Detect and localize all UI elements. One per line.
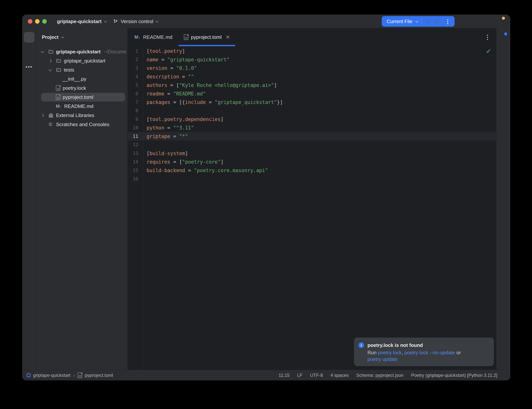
code-line[interactable]: 16 [128,175,496,183]
project-folder-button[interactable] [24,32,35,43]
breadcrumb-item[interactable]: griptape-quickstart [33,373,70,378]
line-number[interactable]: 13 [128,151,143,156]
line-number[interactable]: 14 [128,159,143,165]
inspections-ok-icon[interactable]: ✓ [486,47,492,55]
line-number[interactable]: 2 [128,57,143,62]
status-utf-8[interactable]: UTF-8 [310,373,323,378]
code-line[interactable]: 2name = "griptape-quickstart" [128,55,496,64]
code-text: [tool.poetry.dependencies] [143,116,224,122]
code-line[interactable]: 8 [128,106,496,115]
code-line[interactable]: 10python = "^3.11" [128,123,496,132]
editor-tab-bar: M↓README.md[T]pyproject.toml✕ ⋮ [128,28,496,46]
notification-link[interactable]: poetry lock --no-update [404,350,455,355]
code-line[interactable]: 7packages = [{include = "griptape_quicks… [128,98,496,106]
code-line[interactable]: 5authors = ["Kyle Roche <hello@griptape.… [128,81,496,89]
tree-item-pyproject-toml[interactable]: [T]pyproject.toml [36,93,128,102]
code-line[interactable]: 14requires = ["poetry-core"] [128,158,496,166]
code-text: requires = ["poetry-core"] [143,159,224,165]
tree-item-external-libraries[interactable]: External Libraries [36,111,128,120]
problems-button[interactable] [24,342,35,353]
status-widgets: 11:15LFUTF-84 spacesSchema: pyproject.js… [271,373,505,378]
code-editor[interactable]: 1[tool.poetry]2name = "griptape-quicksta… [128,46,496,370]
run-icon[interactable] [425,19,431,24]
notifications-badge [504,32,507,35]
project-tree: griptape-quickstart~/Documegriptape_quic… [36,46,128,370]
line-number[interactable]: 11 [128,134,143,139]
line-number[interactable]: 8 [128,108,143,113]
notification-line: Run poetry lock, poetry lock --no-update… [367,349,461,356]
breadcrumb-separator-icon: › [73,372,75,378]
tree-item-poetry-lock[interactable]: [T]poetry.lock [36,84,128,93]
tree-item-scratches-and-consoles[interactable]: Scratches and Consoles [36,120,128,129]
tree-item-label: Scratches and Consoles [56,121,110,127]
code-text: [tool.poetry] [143,48,185,54]
notification-link[interactable]: poetry lock [378,350,402,355]
tab-readme-md[interactable]: M↓README.md [129,28,178,46]
vcs-label: Version control [121,19,153,24]
tree-chevron-slot [39,120,46,129]
tree-item-griptape-quickstart[interactable]: griptape_quickstart [36,56,128,65]
tree-chevron-slot [39,47,46,56]
line-number[interactable]: 5 [128,83,143,88]
status-lf[interactable]: LF [297,373,303,378]
left-tool-stripe: ••• [22,28,36,370]
debug-icon[interactable] [434,19,440,24]
settings-badge [502,17,505,20]
more-button[interactable]: ••• [24,62,35,72]
close-window-button[interactable] [28,19,32,24]
tab-pyproject-toml[interactable]: [T]pyproject.toml✕ [178,28,236,46]
database-button[interactable] [498,47,509,57]
line-number[interactable]: 3 [128,65,143,71]
copilot-button[interactable] [498,62,509,72]
status-poetry-griptape-quickstart-python-3-11-2[interactable]: Poetry (griptape-quickstart) [Python 3.1… [411,373,497,378]
project-selector[interactable]: griptape-quickstart [55,18,108,26]
status-bar: griptape-quickstart›[T]pyproject.toml 11… [22,370,510,381]
code-line[interactable]: 15build-backend = "poetry.core.masonry.a… [128,166,496,175]
vcs-selector[interactable]: Version control [111,18,160,26]
toml-file-icon: [T] [78,372,82,378]
line-number[interactable]: 16 [128,176,143,182]
code-line[interactable]: 12 [128,140,496,149]
tree-item-readme-md[interactable]: M↓README.md [36,102,128,111]
tree-item-label: poetry.lock [63,85,86,91]
more-run-options-icon[interactable]: ⋮ [443,18,453,25]
line-number[interactable]: 15 [128,168,143,173]
status-11-15[interactable]: 11:15 [278,373,289,378]
code-line[interactable]: 1[tool.poetry] [128,47,496,55]
tree-item-init-py[interactable]: __init__.py [36,74,128,84]
version-control-button[interactable] [24,357,35,368]
code-line[interactable]: 6readme = "README.md" [128,89,496,98]
notification-link[interactable]: poetry update [367,356,398,362]
line-number[interactable]: 9 [128,117,143,122]
code-text: readme = "README.md" [143,91,206,97]
code-line[interactable]: 11griptape = "*" [128,132,496,140]
minimize-window-button[interactable] [35,19,40,24]
tree-item-tests[interactable]: tests [36,65,128,74]
status-schema-pyproject-json[interactable]: Schema: pyproject.json [356,373,404,378]
search-button[interactable] [481,16,492,27]
status-4-spaces[interactable]: 4 spaces [330,373,349,378]
code-line[interactable]: 9[tool.poetry.dependencies] [128,115,496,123]
line-number[interactable]: 6 [128,91,143,96]
terminal-button[interactable] [24,327,35,338]
line-number[interactable]: 12 [128,142,143,148]
settings-button[interactable] [495,16,506,27]
breadcrumb-item[interactable]: pyproject.toml [85,373,113,378]
line-number[interactable]: 10 [128,125,143,130]
code-line[interactable]: 13[build-system] [128,149,496,158]
more-vert-icon[interactable]: ⋮ [485,28,491,46]
line-number[interactable]: 7 [128,100,143,105]
scratches-icon [48,121,54,127]
notifications-button[interactable] [498,32,509,43]
line-number[interactable]: 1 [128,48,143,54]
line-number[interactable]: 4 [128,74,143,79]
structure-button[interactable] [24,47,35,57]
tree-item-griptape-quickstart[interactable]: griptape-quickstart~/Docume [36,47,128,56]
add-user-button[interactable] [467,16,478,27]
project-panel-header[interactable]: Project [36,28,128,46]
code-line[interactable]: 4description = "" [128,72,496,81]
code-line[interactable]: 3version = "0.1.0" [128,64,496,72]
close-icon[interactable]: ✕ [226,34,230,40]
zoom-window-button[interactable] [42,19,47,24]
run-config-selector[interactable]: Current File [387,19,412,24]
